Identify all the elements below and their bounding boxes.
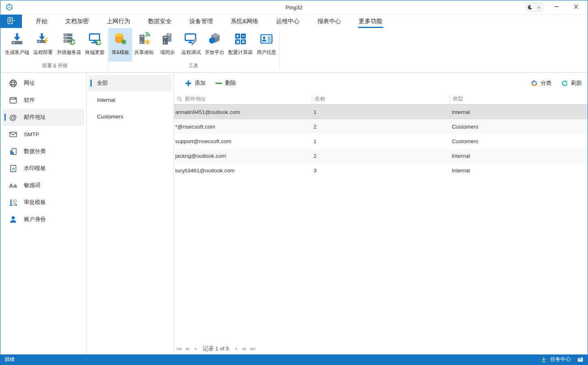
delete-button-label: 删除 — [225, 79, 236, 87]
ribbon-button-生成客户端[interactable]: 生成客户端 — [3, 28, 31, 62]
sidebar-item-水印模板[interactable]: A 水印模板 — [2, 160, 84, 177]
table-row[interactable]: support@nsecsoft.com 1 Customers — [174, 134, 588, 148]
ribbon-button-开放平台[interactable]: 开放平台 — [203, 28, 226, 62]
tab-label: 系统&网络 — [231, 17, 258, 25]
ribbon-group: 库&模板 共享感知 域同步 远程调试 开放平台 配置计算器 用户信息 工具 — [109, 28, 278, 72]
open-platform-icon — [207, 32, 222, 46]
tab-上网行为[interactable]: 上网行为 — [98, 15, 139, 28]
tab-开始[interactable]: 开始 — [27, 15, 56, 28]
remote-deploy-icon — [36, 32, 50, 46]
sidebar-item-网址[interactable]: 网址 — [2, 75, 84, 92]
pagination-prev-button[interactable] — [191, 345, 199, 352]
message-button[interactable] — [577, 356, 584, 363]
tab-报表中心[interactable]: 报表中心 — [309, 15, 350, 28]
pagination-fast-next-button[interactable] — [241, 345, 249, 352]
refresh-icon — [561, 80, 568, 87]
cell-email: jackng@outlook.com — [174, 153, 311, 159]
cell-email: lucyli3461@outlook.com — [174, 167, 311, 174]
cell-name: 1 — [311, 138, 449, 144]
cell-type: Internal — [449, 153, 588, 159]
ribbon-button-label: 库&模板 — [112, 49, 129, 56]
column-header-名称[interactable]: 名称 — [312, 94, 450, 104]
pagination-next-button[interactable] — [233, 345, 240, 352]
table-row[interactable]: jackng@outlook.com 2 Internal — [174, 148, 588, 163]
user-info-icon — [259, 32, 274, 46]
theme-toggle[interactable] — [525, 3, 544, 12]
column-header-类型[interactable]: 类型 — [450, 94, 588, 104]
classify-button-label: 分类 — [541, 79, 552, 87]
sidebar-item-软件[interactable]: 软件 — [2, 92, 84, 109]
tab-数据安全[interactable]: 数据安全 — [139, 15, 180, 28]
ribbon-button-升级服务器[interactable]: 升级服务器 — [55, 28, 83, 62]
delete-button[interactable]: 删除 — [215, 79, 236, 87]
sidebar-item-label: 账户身份 — [24, 216, 46, 223]
ribbon-button-共享感知[interactable]: 共享感知 — [132, 28, 156, 62]
tab-设备管理[interactable]: 设备管理 — [180, 15, 222, 28]
account-identity-icon — [8, 215, 18, 224]
category-panel: 全部 Internal Customers — [87, 73, 174, 354]
download-icon — [541, 356, 547, 363]
app-menu-button[interactable] — [0, 15, 22, 28]
moon-icon — [527, 4, 533, 10]
upgrade-server-icon — [62, 32, 76, 46]
app-body: 网址 软件 @ 邮件地址 SMTP 数据分类 A 水印模板 Aa 敏感词 审批模… — [0, 73, 588, 354]
sidebar-item-敏感词[interactable]: Aa 敏感词 — [2, 177, 84, 194]
ribbon-button-label: 配置计算器 — [228, 49, 253, 56]
menu-tabs: 开始文档加密上网行为数据安全设备管理系统&网络运维中心报表中心更多功能 — [27, 15, 391, 28]
ribbon-group-divider — [279, 31, 279, 70]
classify-button[interactable]: 分类 — [531, 79, 552, 87]
main-toolbar: 添加 删除 分类 刷新 — [174, 73, 588, 94]
tab-运维中心[interactable]: 运维中心 — [267, 15, 309, 28]
category-item-全部[interactable]: 全部 — [88, 75, 172, 91]
ribbon-button-远程部署[interactable]: 远程部署 — [31, 28, 55, 62]
refresh-button[interactable]: 刷新 — [561, 79, 582, 87]
ribbon-button-库&模板[interactable]: 库&模板 — [109, 28, 132, 62]
data-classify-icon — [8, 147, 18, 156]
column-header-邮件地址[interactable]: 邮件地址 — [174, 94, 312, 104]
ribbon-group: 生成客户端 远程部署 升级服务器 终端更新 部署 & 升级 — [3, 28, 107, 72]
ribbon-button-配置计算器[interactable]: 配置计算器 — [226, 28, 255, 62]
tab-label: 更多功能 — [359, 17, 382, 25]
category-item-Internal[interactable]: Internal — [88, 92, 172, 108]
titlebar-controls — [525, 2, 588, 13]
email-table: 邮件地址 名称 类型 annalin9451@outlook.com 1 Int… — [174, 94, 588, 354]
category-item-Customers[interactable]: Customers — [88, 108, 172, 125]
titlebar: Ping32 — [0, 0, 588, 15]
sidebar-item-邮件地址[interactable]: @ 邮件地址 — [2, 109, 84, 126]
table-row[interactable]: lucyli3461@outlook.com 3 Internal — [174, 163, 588, 178]
table-row[interactable]: annalin9451@outlook.com 1 Internal — [174, 105, 588, 119]
ribbon-button-用户信息[interactable]: 用户信息 — [255, 28, 278, 62]
pagination-fast-prev-button[interactable] — [183, 345, 191, 352]
ribbon-button-label: 开放平台 — [205, 49, 224, 56]
menubar: 开始文档加密上网行为数据安全设备管理系统&网络运维中心报表中心更多功能 — [0, 15, 588, 28]
sidebar-item-label: SMTP — [24, 131, 39, 137]
sidebar-item-SMTP[interactable]: SMTP — [2, 126, 84, 143]
add-button-label: 添加 — [195, 79, 206, 87]
tab-文档加密[interactable]: 文档加密 — [56, 15, 98, 28]
sidebar-item-账户身份[interactable]: 账户身份 — [2, 211, 84, 228]
pagination: 记录 1 of 5 — [174, 343, 588, 354]
category-item-label: Customers — [97, 114, 123, 120]
close-icon — [573, 4, 579, 11]
task-center-button[interactable]: 任务中心 — [541, 356, 571, 363]
message-icon — [577, 356, 584, 363]
library-template-icon — [113, 32, 128, 46]
sidebar-item-审批模板[interactable]: 审批模板 — [2, 194, 84, 211]
add-button[interactable]: 添加 — [185, 79, 206, 87]
ribbon-button-域同步[interactable]: 域同步 — [156, 28, 179, 62]
ribbon: 生成客户端 远程部署 升级服务器 终端更新 部署 & 升级 库&模板 共享感知 … — [0, 28, 588, 73]
table-row[interactable]: *@nsecsoft.com 2 Customers — [174, 119, 588, 134]
close-button[interactable] — [569, 2, 583, 13]
sidebar-item-数据分类[interactable]: 数据分类 — [2, 143, 84, 160]
tab-label: 文档加密 — [65, 17, 89, 25]
pagination-last-button[interactable] — [249, 345, 257, 352]
pagination-first-button[interactable] — [175, 345, 182, 352]
ribbon-button-终端更新[interactable]: 终端更新 — [83, 28, 107, 62]
tab-系统&网络[interactable]: 系统&网络 — [222, 15, 267, 28]
ribbon-button-远程调试[interactable]: 远程调试 — [179, 28, 203, 62]
tab-更多功能[interactable]: 更多功能 — [350, 15, 391, 28]
cell-name: 3 — [311, 167, 449, 174]
minimize-button[interactable] — [549, 2, 563, 13]
minus-icon — [215, 80, 222, 87]
cell-type: Customers — [449, 138, 588, 144]
